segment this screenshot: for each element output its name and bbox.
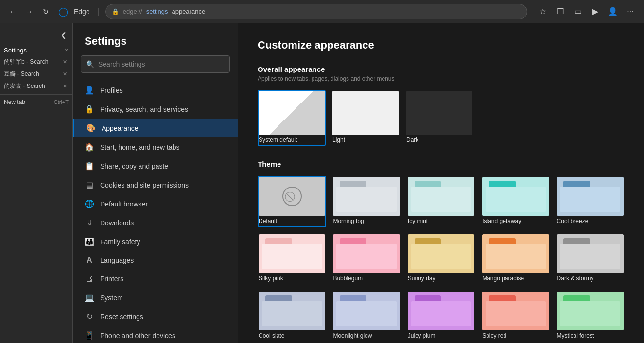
tab-close-2[interactable]: ✕	[61, 70, 69, 78]
theme-label-juicy-plum: Juicy plum	[408, 330, 474, 341]
folder-body-mango-paradise	[486, 244, 546, 269]
theme-card-bubblegum[interactable]: Bubblegum	[332, 233, 400, 285]
nav-label-printers: Printers	[100, 275, 123, 283]
light-preview	[332, 91, 399, 135]
appearance-card-light[interactable]: Light	[331, 90, 400, 146]
refresh-button[interactable]: ↻	[39, 5, 52, 18]
theme-card-silky-pink[interactable]: Silky pink	[258, 233, 326, 285]
nav-item-printers[interactable]: 🖨 Printers	[73, 270, 238, 288]
dark-preview	[406, 91, 472, 135]
theme-card-sunny-day[interactable]: Sunny day	[407, 233, 475, 285]
folder-body-cool-slate	[262, 301, 322, 326]
folder-bg-cool-slate	[259, 292, 325, 330]
theme-label-moonlight-glow: Moonlight glow	[333, 330, 400, 341]
folder-bg-mystical-forest	[557, 292, 624, 330]
nav-label-cookies: Cookies and site permissions	[100, 181, 189, 189]
folder-bg-spicy-red	[482, 292, 549, 330]
theme-card-mango-paradise[interactable]: Mango paradise	[481, 233, 550, 285]
gamebar-button[interactable]: ▶	[588, 4, 603, 19]
nav-label-profiles: Profiles	[100, 86, 123, 94]
light-label: Light	[332, 135, 399, 145]
favorites-button[interactable]: ☆	[535, 4, 551, 19]
nav-item-system[interactable]: 💻 System	[73, 288, 238, 307]
split-screen-button[interactable]: ▭	[570, 4, 586, 19]
folder-body-island-getaway	[486, 187, 546, 212]
theme-card-morning-fog[interactable]: Morning fog	[332, 176, 400, 227]
nav-item-privacy[interactable]: 🔒 Privacy, search, and services	[73, 100, 238, 119]
theme-card-default[interactable]: ⃠ Default	[258, 176, 326, 227]
folder-body-dark-stormy	[560, 244, 620, 269]
folder-body-morning-fog	[336, 187, 397, 212]
profile-button[interactable]: 👤	[605, 4, 621, 19]
theme-card-island-getaway[interactable]: Island getaway	[481, 176, 550, 227]
theme-preview-mango-paradise	[482, 234, 549, 273]
back-button[interactable]: ←	[6, 5, 19, 18]
theme-label-morning-fog: Morning fog	[333, 216, 400, 226]
theme-card-moonlight-glow[interactable]: Moonlight glow	[332, 291, 400, 342]
collapse-icon[interactable]: ❮	[59, 29, 69, 41]
nav-item-start[interactable]: 🏠 Start, home, and new tabs	[73, 137, 238, 156]
forward-button[interactable]: →	[22, 5, 36, 18]
nav-item-family[interactable]: 👪 Family safety	[73, 232, 238, 251]
theme-label-silky-pink: Silky pink	[259, 273, 325, 284]
theme-card-dark-stormy[interactable]: Dark & stormy	[556, 233, 625, 285]
folder-body-silky-pink	[262, 244, 322, 269]
appearance-card-dark[interactable]: Dark	[405, 90, 473, 146]
nav-item-share[interactable]: 📋 Share, copy and paste	[73, 156, 238, 175]
settings-tab-close[interactable]: ✕	[64, 47, 69, 53]
nav-item-languages[interactable]: A Languages	[73, 251, 238, 270]
share-icon: 📋	[85, 161, 94, 171]
theme-preview-juicy-plum	[408, 292, 474, 330]
new-tab-item[interactable]: New tab Ctrl+T	[0, 97, 72, 107]
nav-label-languages: Languages	[100, 257, 134, 264]
nav-item-reset[interactable]: ↻ Reset settings	[73, 307, 238, 326]
tab-item-3[interactable]: 的发表 - Search ✕	[0, 80, 72, 92]
folder-bg-juicy-plum	[408, 292, 474, 330]
tab-close-3[interactable]: ✕	[61, 83, 69, 90]
theme-label-icy-mint: Icy mint	[408, 216, 474, 226]
search-settings-input[interactable]	[98, 60, 225, 68]
nav-label-start: Start, home, and new tabs	[100, 143, 179, 151]
theme-card-icy-mint[interactable]: Icy mint	[407, 176, 475, 227]
appearance-icon: 🎨	[86, 123, 96, 133]
theme-card-juicy-plum[interactable]: Juicy plum	[407, 291, 475, 342]
theme-section: Theme ⃠ Default	[258, 160, 625, 342]
downloads-icon: ⇓	[85, 218, 94, 227]
tab-close-1[interactable]: ✕	[61, 58, 69, 66]
tab-item-1[interactable]: 的驻军b - Search ✕	[0, 56, 72, 68]
family-icon: 👪	[85, 237, 94, 246]
settings-tab[interactable]: Settings ✕	[0, 45, 72, 56]
address-bar[interactable]: 🔒 edge://settingsappearance	[105, 4, 527, 19]
theme-preview-silky-pink	[259, 234, 325, 273]
theme-preview-morning-fog	[333, 177, 400, 216]
main-content: Customize appearance Overall appearance …	[238, 23, 644, 343]
theme-label-island-getaway: Island getaway	[482, 216, 549, 226]
theme-card-mystical-forest[interactable]: Mystical forest	[556, 291, 625, 342]
appearance-card-system-default[interactable]: System default	[258, 90, 326, 146]
nav-item-default-browser[interactable]: 🌐 Default browser	[73, 194, 238, 213]
nav-item-downloads[interactable]: ⇓ Downloads	[73, 213, 238, 232]
theme-preview-icy-mint	[408, 177, 474, 216]
nav-label-phone: Phone and other devices	[100, 332, 175, 340]
nav-item-cookies[interactable]: ▤ Cookies and site permissions	[73, 175, 238, 194]
nav-item-phone[interactable]: 📱 Phone and other devices	[73, 326, 238, 343]
no-theme-icon: ⃠	[282, 187, 302, 206]
theme-card-cool-slate[interactable]: Cool slate	[258, 291, 326, 342]
nav-buttons: ← → ↻	[6, 5, 52, 18]
nav-item-profiles[interactable]: 👤 Profiles	[73, 81, 238, 100]
theme-card-cool-breeze[interactable]: Cool breeze	[556, 176, 625, 227]
nav-label-downloads: Downloads	[100, 219, 134, 227]
more-button[interactable]: ···	[623, 4, 638, 19]
theme-label-bubblegum: Bubblegum	[333, 273, 400, 284]
overall-appearance-section: Overall appearance Applies to new tabs, …	[258, 65, 625, 146]
search-settings-box[interactable]: 🔍	[81, 55, 230, 73]
folder-bg-mango-paradise	[482, 234, 549, 273]
nav-item-appearance[interactable]: 🎨 Appearance	[73, 119, 238, 137]
theme-card-spicy-red[interactable]: Spicy red	[481, 291, 550, 342]
folder-body-juicy-plum	[411, 301, 471, 326]
collections-button[interactable]: ❐	[553, 4, 568, 19]
folder-bg-cool-breeze	[557, 177, 624, 216]
tab-item-2[interactable]: 豆瓣 - Search ✕	[0, 68, 72, 80]
tab-title-1: 的驻军b - Search	[4, 58, 61, 66]
browser-title: Edge	[74, 8, 90, 16]
